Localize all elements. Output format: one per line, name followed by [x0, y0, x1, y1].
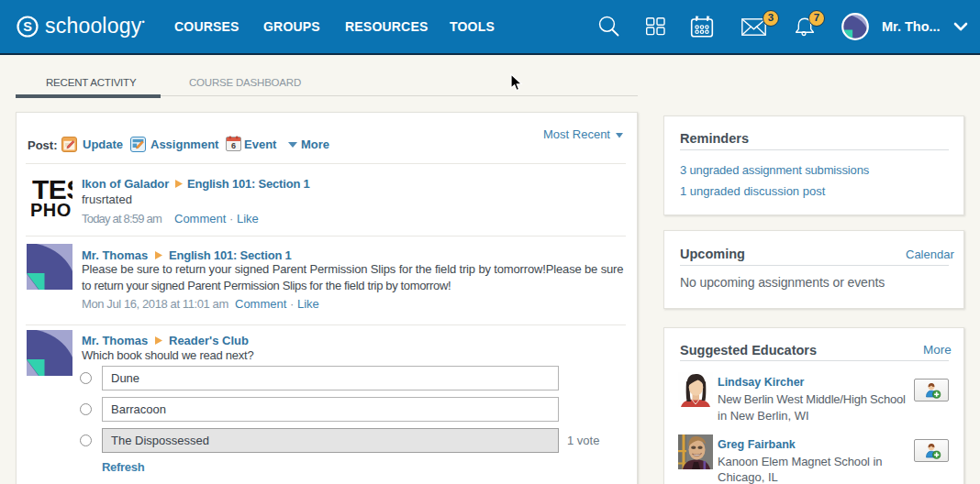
- svg-text:S: S: [23, 19, 32, 34]
- svg-text:6: 6: [231, 141, 236, 150]
